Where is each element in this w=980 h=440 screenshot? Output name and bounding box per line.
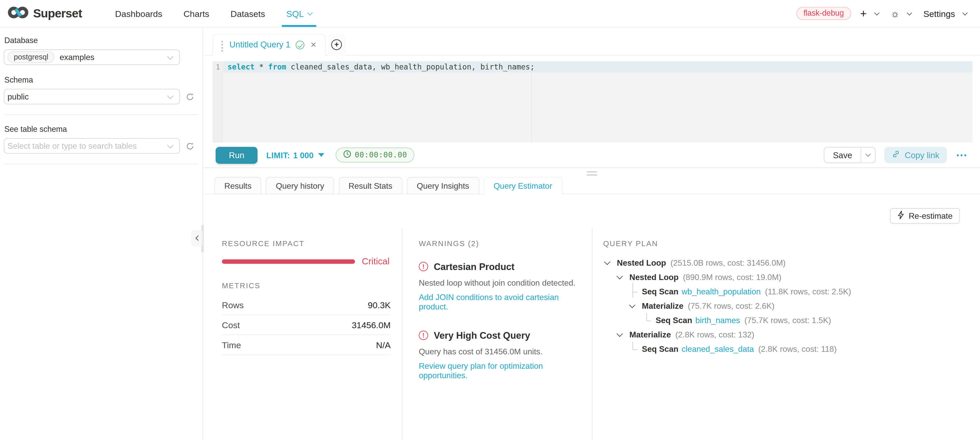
schema-select[interactable]: public <box>4 89 180 104</box>
nav-charts[interactable]: Charts <box>173 0 220 27</box>
limit-dropdown[interactable]: LIMIT: 1 000 <box>266 150 324 160</box>
save-button[interactable]: Save <box>824 147 862 163</box>
collapse-panel-button[interactable] <box>191 230 202 246</box>
metrics-table: Rows 90.3K Cost 31456.0M Time N/A <box>222 295 390 355</box>
editor-code-line[interactable]: 1 select * from cleaned_sales_data, wb_h… <box>213 61 972 73</box>
clock-icon <box>343 149 351 161</box>
add-query-tab[interactable]: + <box>328 34 345 56</box>
editor-toolbar: Run LIMIT: 1 000 00:00:00.00 Save <box>204 143 980 168</box>
chevron-down-icon[interactable] <box>617 331 623 337</box>
plus-icon: + <box>860 8 867 19</box>
tab-results[interactable]: Results <box>214 177 261 194</box>
database-select-value: examples <box>59 52 94 62</box>
new-item-menu[interactable]: + <box>857 8 881 19</box>
theme-menu[interactable]: ☼ <box>888 8 915 19</box>
warning-suggestion-link[interactable]: Review query plan for optimization oppor… <box>419 361 580 380</box>
database-engine-tag: postgresql <box>8 51 55 63</box>
warning-circle-icon: ! <box>419 262 428 271</box>
link-icon <box>892 150 900 160</box>
tab-query-insights[interactable]: Query Insights <box>407 177 479 194</box>
chevron-down-icon[interactable] <box>629 302 635 308</box>
superset-sql-lab: Superset Dashboards Charts Datasets SQL … <box>0 0 980 440</box>
limit-value: 1 000 <box>293 150 313 160</box>
tab-query-history[interactable]: Query history <box>266 177 334 194</box>
table-select[interactable]: Select table or type to search tables <box>4 138 180 154</box>
pane-resize-handle[interactable] <box>587 171 597 176</box>
superset-logo-icon <box>8 5 29 22</box>
chevron-down-icon <box>167 92 173 99</box>
impact-level-label: Critical <box>362 256 390 266</box>
metric-row-cost: Cost 31456.0M <box>222 315 390 335</box>
sql-code: select * from cleaned_sales_data, wb_hea… <box>228 63 535 71</box>
settings-label: Settings <box>923 8 955 19</box>
chevron-down-icon <box>874 10 880 15</box>
query-plan-tree: Nested Loop (2515.0B rows, cost: 31456.0… <box>603 256 972 356</box>
tab-query-estimator[interactable]: Query Estimator <box>484 177 562 194</box>
save-options-button[interactable] <box>861 147 876 163</box>
caret-down-icon <box>318 153 324 157</box>
plan-node[interactable]: Seq Scan birth_names (75.7K rows, cost: … <box>603 313 972 327</box>
database-label: Database <box>4 36 199 45</box>
warning-suggestion-link[interactable]: Add JOIN conditions to avoid cartesian p… <box>419 292 580 311</box>
divider <box>402 228 402 440</box>
tab-result-stats[interactable]: Result Stats <box>339 177 402 194</box>
copy-link-button[interactable]: Copy link <box>885 147 947 163</box>
close-tab-icon[interactable]: ✕ <box>310 40 317 49</box>
sql-editor[interactable]: 1 select * from cleaned_sales_data, wb_h… <box>213 61 972 143</box>
line-number: 1 <box>213 63 223 71</box>
chevron-down-icon <box>167 53 173 59</box>
superset-brand[interactable]: Superset <box>8 0 82 27</box>
chevron-down-icon <box>307 10 313 15</box>
warning-circle-icon: ! <box>419 330 428 340</box>
save-split-button: Save <box>824 147 876 163</box>
nav-sql[interactable]: SQL <box>276 0 323 27</box>
nav-dashboards[interactable]: Dashboards <box>104 0 173 27</box>
environment-badge: flask-debug <box>796 7 851 20</box>
sqllab-main: Untitled Query 1 ✕ + 1 select * from cle… <box>204 27 980 440</box>
query-timer: 00:00:00.00 <box>336 148 415 162</box>
settings-menu[interactable]: Settings <box>920 8 970 19</box>
nav-datasets[interactable]: Datasets <box>220 0 276 27</box>
reestimate-button[interactable]: Re-estimate <box>890 208 960 224</box>
sql-editor-wrap: 1 select * from cleaned_sales_data, wb_h… <box>204 56 980 143</box>
chevron-down-icon <box>962 10 968 15</box>
chevron-down-icon[interactable] <box>604 259 610 265</box>
table-select-placeholder: Select table or type to search tables <box>8 141 137 151</box>
run-button[interactable]: Run <box>216 147 258 164</box>
tree-connector-icon <box>644 315 652 326</box>
plan-node[interactable]: Nested Loop (2515.0B rows, cost: 31456.0… <box>603 256 972 270</box>
chevron-down-icon <box>167 142 173 148</box>
plan-table-link[interactable]: cleaned_sales_data <box>681 345 754 354</box>
editor-print-margin <box>531 73 532 143</box>
chevron-down-icon <box>907 10 912 15</box>
query-estimator-panel: Re-estimate RESOURCE IMPACT Critical MET… <box>204 194 980 440</box>
navbar: Superset Dashboards Charts Datasets SQL … <box>0 0 980 27</box>
plan-table-link[interactable]: wb_health_population <box>681 287 760 296</box>
main-nav: Dashboards Charts Datasets SQL <box>104 0 323 27</box>
plan-node[interactable]: Materialize (75.7K rows, cost: 2.6K) <box>603 299 972 313</box>
timer-value: 00:00:00.00 <box>355 151 407 159</box>
plan-node[interactable]: Nested Loop (890.9M rows, cost: 19.0M) <box>603 270 972 284</box>
metric-row-time: Time N/A <box>222 335 390 355</box>
drag-handle-icon[interactable] <box>221 44 223 46</box>
chevron-left-icon <box>195 235 200 241</box>
chevron-down-icon <box>865 151 871 157</box>
refresh-tables-icon[interactable] <box>185 141 195 151</box>
bolt-icon <box>897 211 904 221</box>
query-tabstrip: Untitled Query 1 ✕ + <box>204 27 980 56</box>
tree-connector-icon <box>630 343 638 354</box>
refresh-schemas-icon[interactable] <box>185 92 195 102</box>
toolbar-right: Save Copy link <box>824 147 967 163</box>
chevron-down-icon[interactable] <box>617 273 623 280</box>
plan-node[interactable]: Seq Scan cleaned_sales_data (2.8K rows, … <box>603 342 972 356</box>
plan-node[interactable]: Materialize (2.8K rows, cost: 132) <box>603 327 972 342</box>
divider <box>4 164 198 164</box>
plan-table-link[interactable]: birth_names <box>695 316 740 325</box>
more-options-icon[interactable] <box>956 151 967 159</box>
database-select[interactable]: postgresql examples <box>4 49 180 65</box>
divider <box>4 114 198 115</box>
plan-node[interactable]: Seq Scan wb_health_population (11.8K row… <box>603 284 972 299</box>
query-tab[interactable]: Untitled Query 1 ✕ <box>213 34 325 56</box>
schema-label: Schema <box>4 76 199 84</box>
metrics-header: METRICS <box>222 281 390 290</box>
